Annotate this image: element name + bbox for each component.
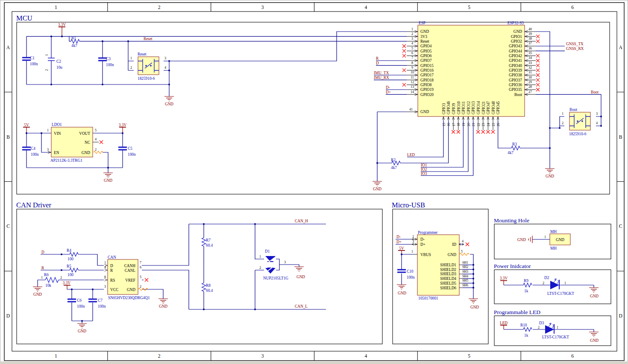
pin-name: GPIO42: [509, 54, 522, 58]
net-label-can-l[interactable]: CAN_L: [295, 304, 308, 309]
schematic-sheet: 1 2 3 4 5 6 1 2 3 4 5 6 A B C D A B C D …: [0, 0, 628, 364]
pin-name: GND: [420, 110, 429, 114]
gnd-label: GND: [546, 174, 554, 178]
net-label-gnss-tx[interactable]: GNSS_TX: [566, 42, 584, 46]
col-label: 3: [261, 353, 264, 358]
can-part: SN65HVD230QDRG4Q1: [108, 296, 150, 300]
net-label-io2[interactable]: IO2: [421, 167, 427, 172]
pin-number: 22: [477, 123, 481, 126]
net-label-gnss-rx[interactable]: GNSS_RX: [566, 47, 584, 51]
pin-name: GPIO5: [420, 49, 432, 53]
r4-val: 100: [67, 257, 73, 261]
pin-number: 2: [562, 121, 563, 125]
pin-name: GPIO3: [442, 103, 446, 114]
pin-number: 5: [95, 128, 97, 132]
net-label-d[interactable]: D: [376, 61, 379, 65]
5v-label: 5V: [399, 246, 404, 250]
col-label: 3: [261, 5, 264, 10]
pin-name: SHIELD1: [440, 263, 456, 267]
pin-name: SHIELD6: [440, 286, 456, 290]
pin-number: 25: [492, 123, 496, 126]
pin-number: 12: [411, 80, 414, 84]
d1-ref: D1: [265, 249, 270, 253]
reset-switch-ref: Reset: [138, 52, 147, 56]
pin-number: 4: [164, 66, 166, 70]
pin-number: 31: [528, 70, 532, 74]
net-label-dp-usb[interactable]: D+: [396, 240, 402, 244]
net-label-boot[interactable]: Boot: [591, 90, 599, 94]
pin-number: SH1: [462, 261, 468, 265]
3v3-label: 3.3V: [119, 123, 127, 127]
gnd-label: GND: [590, 338, 599, 343]
r3-val: 4k7: [508, 151, 514, 155]
pin-number: 17: [452, 123, 456, 126]
row-label: B: [6, 134, 10, 140]
net-label-d-can[interactable]: D: [41, 250, 44, 254]
pin-name: Boot: [514, 93, 522, 97]
net-label-imu-rx[interactable]: IMU_RX: [374, 76, 389, 80]
net-label-dp[interactable]: D+: [386, 90, 391, 94]
power-port-3v3-can[interactable]: 3.3V: [63, 281, 71, 285]
power-port-3v3-ldo[interactable]: 3.3V: [119, 123, 127, 127]
reset-switch-part: 1825910-6: [138, 76, 155, 81]
net-label-dm-usb[interactable]: D-: [396, 235, 401, 239]
r1-ref: R1: [71, 36, 76, 40]
gnd-label: GND: [104, 178, 112, 183]
d1-part: NUP2105LT1G: [263, 276, 288, 280]
pin-number: 1: [562, 112, 563, 116]
pin-number: 1: [557, 326, 558, 329]
pin-name: GPIO41: [509, 58, 522, 63]
net-label-can-h[interactable]: CAN_H: [295, 219, 308, 223]
c3-ref: C3: [106, 57, 111, 61]
pin-name: D-: [420, 237, 425, 242]
r2-ref: R2: [391, 158, 396, 162]
pin-number: SH4: [462, 274, 468, 278]
section-title-can: CAN Driver: [16, 201, 52, 209]
pin-number: 1: [411, 250, 413, 253]
power-port-3v3-mcu[interactable]: 3.3V: [58, 23, 66, 27]
net-label-io3[interactable]: IO3: [421, 172, 427, 176]
boot-switch-ref: Boot: [569, 108, 577, 112]
r1-val: 4k7: [71, 44, 77, 48]
pin-name: GPIO4: [420, 44, 432, 48]
esp32-chip[interactable]: ESP ESP32-S3 1 GND 2 3V3 3 Reset 4 GPIO4…: [407, 21, 536, 131]
pin-number: 3: [284, 260, 286, 264]
pin-name: GND: [448, 253, 456, 257]
net-label-imu-tx[interactable]: IMU_TX: [374, 71, 389, 75]
net-label-dm[interactable]: D-: [386, 85, 390, 90]
c3-val: 100n: [106, 63, 114, 67]
pin-number: 11: [411, 76, 414, 79]
c4-ref: C4: [31, 146, 35, 151]
pin-number: 2: [538, 326, 540, 329]
net-label-r-can[interactable]: R: [41, 266, 44, 270]
pin-number: 21: [472, 123, 475, 126]
pin-name: GPIO16: [420, 68, 434, 73]
row-label: C: [6, 224, 10, 229]
pin-name: GPIO8: [420, 83, 432, 87]
usb-ref: Programmer: [418, 230, 438, 235]
pin-number: 19: [462, 123, 466, 126]
pin-name: GPIO15: [420, 64, 434, 68]
pin-name: GPIO44: [509, 49, 522, 53]
pin-name: GPIO19: [420, 87, 434, 92]
net-label-io1[interactable]: IO1: [421, 163, 427, 167]
pin-name: GPIO46: [446, 101, 451, 114]
r2-val: 4k7: [391, 166, 397, 170]
pin-number: 39: [528, 32, 532, 36]
pin-name: GPIO14: [476, 101, 481, 114]
power-port-5v-ldo[interactable]: 5V: [23, 123, 30, 127]
c10-val: 100n: [407, 275, 415, 280]
net-label-led[interactable]: LED: [407, 153, 415, 157]
pin-number: 3: [412, 240, 414, 244]
net-label-r[interactable]: R: [376, 56, 379, 61]
power-port-led[interactable]: LED: [500, 321, 508, 326]
power-port-3v3-pi[interactable]: 3.3V: [500, 276, 508, 281]
pin-number: 3: [164, 56, 166, 60]
pin-number: 32: [528, 66, 532, 70]
gnd-label: GND: [398, 291, 406, 295]
net-label-reset[interactable]: Reset: [144, 37, 153, 41]
power-port-5v-usb[interactable]: 5V: [398, 246, 405, 250]
c5-val: 100n: [128, 152, 136, 157]
pin-name: GPIO6: [420, 54, 432, 58]
pin-number: 10: [411, 70, 414, 74]
